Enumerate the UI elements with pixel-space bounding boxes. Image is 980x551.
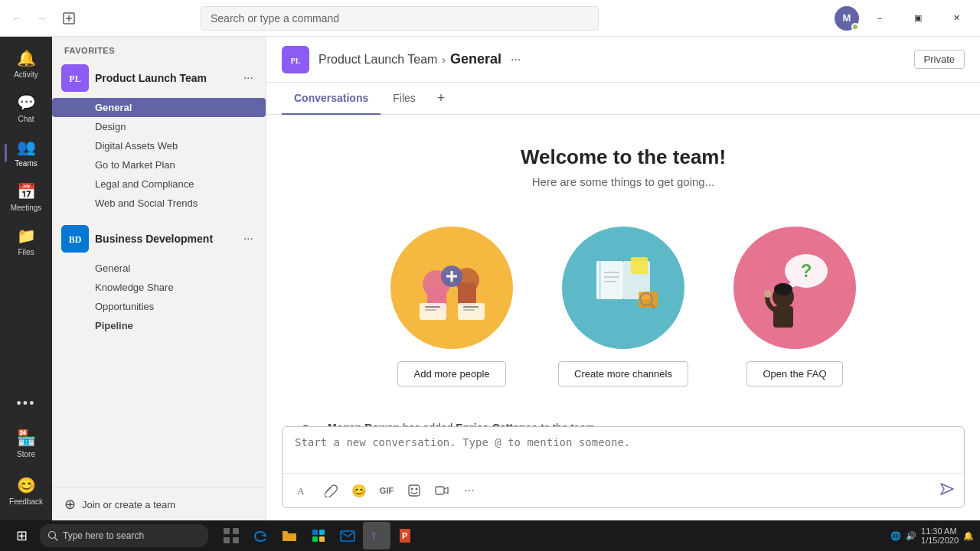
team-product-launch[interactable]: PL Product Launch Team ··· (52, 58, 266, 98)
activity-label: Activity (14, 70, 38, 80)
sys-tray: 🌐 🔊 11:30 AM1/15/2020 🔔 (890, 527, 974, 545)
team-logo-icon: PL (282, 46, 309, 73)
sidebar-item-files[interactable]: 📁 Files (5, 220, 47, 263)
gif-button[interactable]: GIF (374, 478, 399, 503)
create-more-channels-button[interactable]: Create more channels (558, 361, 688, 386)
svg-rect-21 (463, 309, 475, 311)
sidebar: Favorites PL Product Launch Team ··· Gen… (52, 37, 266, 520)
channel-list-bd: General Knowledge Share Opportunities Pi… (52, 259, 266, 335)
svg-text:PL: PL (291, 57, 301, 65)
sidebar-item-meetings[interactable]: 📅 Meetings (5, 176, 47, 219)
conversations-body: Welcome to the team! Here are some thing… (266, 115, 980, 426)
tab-bar: Conversations Files + (266, 83, 980, 115)
content-header: PL Product Launch Team › General ··· Pri… (266, 37, 980, 83)
taskbar-search[interactable]: Type here to search (40, 524, 208, 547)
taskbar-app-teams[interactable]: T (363, 522, 390, 549)
feedback-icon: 😊 (17, 476, 36, 494)
taskbar-app-task-view[interactable] (217, 522, 245, 549)
taskbar-app-mail[interactable] (334, 522, 361, 549)
taskbar-apps: T P (217, 522, 420, 549)
team-avatar-product-launch: PL (61, 64, 89, 92)
forward-button[interactable]: → (31, 8, 52, 29)
maximize-button[interactable]: ▣ (900, 6, 936, 31)
sidebar-item-feedback[interactable]: 😊 Feedback (5, 470, 47, 513)
tab-files[interactable]: Files (381, 83, 428, 115)
channel-digital-assets[interactable]: Digital Assets Web (52, 136, 266, 155)
channel-legal[interactable]: Legal and Compliance (52, 174, 266, 194)
create-channels-card: Create more channels (547, 227, 700, 386)
sidebar-item-store[interactable]: 🏪 Store (5, 422, 47, 465)
svg-rect-37 (773, 306, 793, 328)
taskbar-app-store[interactable] (305, 522, 332, 549)
channel-web-social[interactable]: Web and Social Trends (52, 194, 266, 213)
activity-item: Megan Bowen has added Enrico Cattaneo to… (297, 417, 949, 426)
team-more-product-launch[interactable]: ··· (240, 70, 256, 86)
compose-button[interactable] (58, 8, 80, 29)
minimize-button[interactable]: − (862, 6, 897, 31)
add-people-illustration (390, 227, 513, 349)
time-display: 11:30 AM1/15/2020 (921, 527, 959, 545)
svg-text:T: T (371, 530, 377, 542)
svg-rect-12 (458, 282, 476, 305)
emoji-button[interactable]: 😊 (347, 478, 371, 503)
channel-list-product-launch: General Design Digital Assets Web Go to … (52, 98, 266, 213)
svg-rect-17 (425, 306, 440, 308)
svg-rect-49 (436, 487, 444, 494)
taskbar-app-explorer[interactable] (276, 522, 303, 549)
meetings-icon: 📅 (17, 182, 36, 201)
search-placeholder: Search or type a command (211, 12, 339, 24)
svg-rect-56 (312, 530, 318, 535)
user-avatar-container[interactable]: M (835, 6, 859, 31)
team-avatar-bd: BD (61, 225, 89, 253)
channel-opportunities[interactable]: Opportunities (52, 297, 266, 316)
private-badge[interactable]: Private (914, 50, 965, 69)
search-bar[interactable]: Search or type a command (201, 6, 599, 31)
open-faq-button[interactable]: Open the FAQ (746, 361, 842, 386)
sidebar-item-teams[interactable]: 👥 Teams (5, 132, 47, 174)
channel-knowledge-share[interactable]: Knowledge Share (52, 278, 266, 297)
channel-pipeline[interactable]: Pipeline (52, 316, 266, 335)
taskbar-app-edge[interactable] (247, 522, 274, 549)
taskbar-search-placeholder: Type here to search (63, 530, 144, 541)
channel-general-pl[interactable]: General (52, 98, 266, 117)
header-more-button[interactable]: ··· (506, 51, 525, 68)
svg-rect-23 (599, 261, 601, 299)
channel-design[interactable]: Design (52, 117, 266, 136)
team-business-dev[interactable]: BD Business Development ··· (52, 219, 266, 259)
channel-general-bd[interactable]: General (52, 259, 266, 278)
send-button[interactable] (939, 481, 955, 500)
action-cards: Add more people (297, 227, 949, 386)
rail-bottom: ••• 🏪 Store 😊 Feedback (5, 390, 47, 520)
taskbar-app-powerpoint[interactable]: P (392, 522, 420, 549)
svg-rect-25 (631, 257, 648, 274)
back-button[interactable]: ← (6, 8, 28, 29)
status-dot (851, 23, 859, 31)
activity-log: Megan Bowen has added Enrico Cattaneo to… (297, 409, 949, 426)
sidebar-item-more[interactable]: ••• (5, 390, 47, 418)
sidebar-item-activity[interactable]: 🔔 Activity (5, 43, 47, 86)
main-layout: 🔔 Activity 💬 Chat 👥 Teams 📅 Meetings 📁 F… (0, 37, 980, 520)
video-button[interactable] (430, 478, 454, 503)
close-button[interactable]: ✕ (939, 6, 974, 31)
nav-buttons: ← → (6, 8, 52, 29)
tab-conversations[interactable]: Conversations (282, 83, 381, 115)
format-text-button[interactable]: A (292, 478, 316, 503)
add-more-people-button[interactable]: Add more people (397, 361, 505, 386)
sticker-button[interactable] (402, 478, 426, 503)
team-more-bd[interactable]: ··· (240, 230, 256, 247)
channel-go-to-market[interactable]: Go to Market Plan (52, 155, 266, 174)
taskbar: ⊞ Type here to search T P 🌐 🔊 11:3 (0, 520, 980, 551)
channel-title: Product Launch Team › General ··· (318, 51, 525, 68)
files-label: Files (18, 248, 34, 257)
start-button[interactable]: ⊞ (6, 523, 37, 548)
create-channels-illustration (562, 227, 684, 349)
chat-icon: 💬 (17, 93, 36, 112)
attach-button[interactable] (319, 478, 344, 503)
more-options-button[interactable]: ··· (457, 478, 482, 503)
svg-rect-52 (224, 528, 230, 534)
favorites-label: Favorites (52, 37, 266, 58)
add-tab-button[interactable]: + (428, 83, 455, 114)
join-team-button[interactable]: ⊕ Join or create a team (52, 487, 266, 520)
message-input[interactable] (283, 427, 964, 470)
sidebar-item-chat[interactable]: 💬 Chat (5, 87, 47, 130)
